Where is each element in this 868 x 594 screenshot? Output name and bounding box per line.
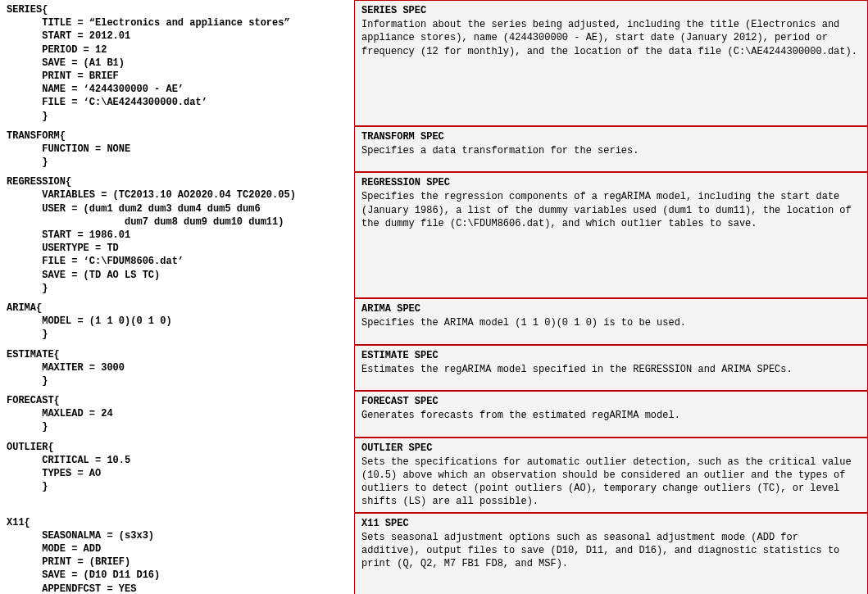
spec-code-text: ARIMA{ MODEL = (1 1 0)(0 1 0) } [7, 302, 172, 340]
spec-explain-estimate: ESTIMATE SPEC Estimates the regARIMA mod… [354, 345, 868, 392]
spec-row-series: SERIES{ TITLE = “Electronics and applian… [0, 0, 868, 126]
spec-code-forecast: FORECAST{ MAXLEAD = 24 } [0, 391, 352, 438]
spec-code-text: ESTIMATE{ MAXITER = 3000 } [7, 349, 125, 387]
spec-desc: Specifies a data transformation for the … [361, 144, 861, 157]
spec-row-regression: REGRESSION{ VARIABLES = (TC2013.10 AO202… [0, 172, 868, 298]
spec-title: X11 SPEC [361, 517, 861, 530]
spec-title: SERIES SPEC [361, 4, 861, 17]
spec-title: TRANSFORM SPEC [361, 130, 861, 143]
spec-code-text: SERIES{ TITLE = “Electronics and applian… [7, 4, 290, 122]
spec-desc: Estimates the regARIMA model specified i… [361, 363, 861, 376]
spec-row-estimate: ESTIMATE{ MAXITER = 3000 } ESTIMATE SPEC… [0, 345, 868, 392]
spec-code-text: FORECAST{ MAXLEAD = 24 } [7, 395, 113, 433]
spec-code-outlier: OUTLIER{ CRITICAL = 10.5 TYPES = AO } [0, 438, 352, 513]
spec-code-series: SERIES{ TITLE = “Electronics and applian… [0, 0, 352, 126]
spec-code-regression: REGRESSION{ VARIABLES = (TC2013.10 AO202… [0, 172, 352, 298]
spec-desc: Sets seasonal adjustment options such as… [361, 531, 861, 571]
spec-row-forecast: FORECAST{ MAXLEAD = 24 } FORECAST SPEC G… [0, 391, 868, 438]
spec-desc: Generates forecasts from the estimated r… [361, 409, 861, 422]
spec-title: REGRESSION SPEC [361, 176, 861, 189]
spec-code-text: OUTLIER{ CRITICAL = 10.5 TYPES = AO } [7, 442, 130, 493]
spec-row-arima: ARIMA{ MODEL = (1 1 0)(0 1 0) } ARIMA SP… [0, 298, 868, 345]
spec-row-transform: TRANSFORM{ FUNCTION = NONE } TRANSFORM S… [0, 126, 868, 173]
spec-desc: Sets the specifications for automatic ou… [361, 456, 861, 509]
spec-explain-outlier: OUTLIER SPEC Sets the specifications for… [354, 438, 868, 513]
spec-code-text: TRANSFORM{ FUNCTION = NONE } [7, 130, 130, 168]
spec-explain-regression: REGRESSION SPEC Specifies the regression… [354, 172, 868, 298]
spec-title: ARIMA SPEC [361, 302, 861, 315]
spec-desc: Information about the series being adjus… [361, 18, 861, 58]
spec-code-text: X11{ SEASONALMA = (s3x3) MODE = ADD PRIN… [7, 517, 225, 594]
spec-desc: Specifies the regression components of a… [361, 190, 861, 230]
spec-explain-x11: X11 SPEC Sets seasonal adjustment option… [354, 513, 868, 594]
spec-title: OUTLIER SPEC [361, 442, 861, 455]
spec-code-arima: ARIMA{ MODEL = (1 1 0)(0 1 0) } [0, 298, 352, 345]
spec-explain-transform: TRANSFORM SPEC Specifies a data transfor… [354, 126, 868, 173]
spec-row-outlier: OUTLIER{ CRITICAL = 10.5 TYPES = AO } OU… [0, 438, 868, 513]
spec-desc: Specifies the ARIMA model (1 1 0)(0 1 0)… [361, 316, 861, 329]
spec-table: SERIES{ TITLE = “Electronics and applian… [0, 0, 868, 594]
spec-title: FORECAST SPEC [361, 395, 861, 408]
spec-explain-arima: ARIMA SPEC Specifies the ARIMA model (1 … [354, 298, 868, 345]
spec-explain-forecast: FORECAST SPEC Generates forecasts from t… [354, 391, 868, 438]
spec-code-transform: TRANSFORM{ FUNCTION = NONE } [0, 126, 352, 173]
spec-code-text: REGRESSION{ VARIABLES = (TC2013.10 AO202… [7, 176, 296, 294]
spec-explain-series: SERIES SPEC Information about the series… [354, 0, 868, 126]
spec-row-x11: X11{ SEASONALMA = (s3x3) MODE = ADD PRIN… [0, 513, 868, 594]
spec-code-x11: X11{ SEASONALMA = (s3x3) MODE = ADD PRIN… [0, 513, 352, 594]
spec-code-estimate: ESTIMATE{ MAXITER = 3000 } [0, 345, 352, 392]
spec-title: ESTIMATE SPEC [361, 349, 861, 362]
